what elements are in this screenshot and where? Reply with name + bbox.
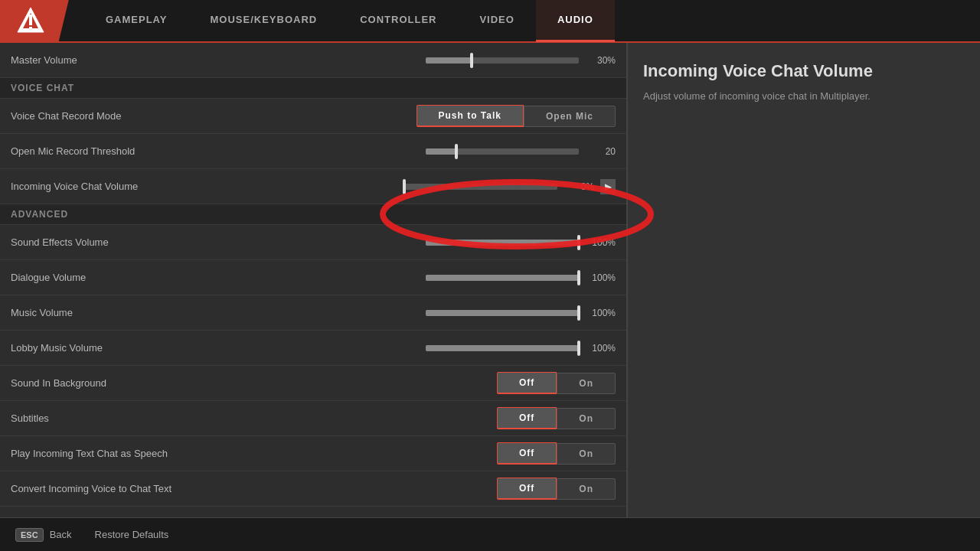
svg-rect-2	[29, 15, 32, 25]
subtitles-off-btn[interactable]: Off	[497, 407, 557, 429]
subtitles-row: Subtitles Off On	[0, 401, 626, 436]
incoming-voice-volume-row: Incoming Voice Chat Volume 0% ▶	[0, 169, 626, 204]
master-volume-row: Master Volume 30%	[0, 43, 626, 78]
open-mic-threshold-control: 20	[426, 146, 616, 157]
sound-in-background-row: Sound In Background Off On	[0, 366, 626, 401]
sound-in-background-off-btn[interactable]: Off	[497, 372, 557, 394]
voice-chat-record-mode-row: Voice Chat Record Mode Push to Talk Open…	[0, 99, 626, 134]
back-label: Back	[50, 529, 72, 540]
incoming-voice-volume-arrow[interactable]: ▶	[600, 179, 616, 194]
sound-effects-volume-slider[interactable]	[426, 240, 579, 246]
dialogue-volume-label: Dialogue Volume	[11, 272, 426, 283]
voice-chat-record-mode-label: Voice Chat Record Mode	[11, 110, 416, 122]
sound-effects-volume-value: 100%	[585, 237, 616, 248]
lobby-music-volume-control: 100%	[426, 343, 616, 354]
footer: ESC Back Restore Defaults	[0, 517, 980, 551]
sound-in-background-on-btn[interactable]: On	[557, 373, 616, 394]
info-description: Adjust volume of incoming voice chat in …	[643, 89, 965, 104]
lobby-music-volume-row: Lobby Music Volume 100%	[0, 331, 626, 366]
open-mic-threshold-slider[interactable]	[426, 148, 579, 155]
music-volume-slider[interactable]	[426, 310, 579, 316]
play-incoming-text-chat-row: Play Incoming Text Chat as Speech Off On	[0, 436, 626, 471]
tab-video[interactable]: VIDEO	[458, 0, 535, 42]
master-volume-value: 30%	[585, 55, 616, 66]
open-mic-threshold-label: Open Mic Record Threshold	[11, 145, 426, 157]
restore-defaults-label: Restore Defaults	[95, 529, 169, 540]
tab-controller[interactable]: CONTROLLER	[338, 0, 458, 42]
incoming-voice-volume-label: Incoming Voice Chat Volume	[11, 181, 404, 192]
convert-incoming-voice-on-btn[interactable]: On	[557, 478, 616, 500]
sound-effects-volume-row: Sound Effects Volume 100%	[0, 225, 626, 260]
settings-panel: Master Volume 30% VOICE CHAT Voice Chat …	[0, 43, 628, 517]
convert-incoming-voice-control: Off On	[497, 478, 616, 500]
subtitles-on-btn[interactable]: On	[557, 408, 616, 429]
main-content: Master Volume 30% VOICE CHAT Voice Chat …	[0, 43, 980, 517]
dialogue-volume-value: 100%	[585, 272, 616, 283]
voice-chat-record-mode-control: Push to Talk Open Mic	[416, 105, 616, 127]
master-volume-label: Master Volume	[11, 54, 426, 66]
incoming-voice-volume-value: 0%	[564, 181, 594, 192]
lobby-music-volume-slider[interactable]	[426, 345, 579, 351]
sound-in-background-control: Off On	[497, 372, 616, 394]
play-incoming-text-chat-on-btn[interactable]: On	[557, 443, 616, 465]
convert-incoming-voice-off-btn[interactable]: Off	[497, 478, 557, 500]
info-panel: Incoming Voice Chat Volume Adjust volume…	[628, 43, 980, 517]
push-to-talk-btn[interactable]: Push to Talk	[416, 105, 524, 127]
music-volume-row: Music Volume 100%	[0, 295, 626, 331]
tab-audio[interactable]: AUDIO	[536, 0, 615, 42]
nav-tabs: GAMEPLAY MOUSE/KEYBOARD CONTROLLER VIDEO…	[84, 0, 615, 42]
master-volume-control: 30%	[426, 55, 616, 66]
lobby-music-volume-label: Lobby Music Volume	[11, 342, 426, 354]
subtitles-label: Subtitles	[11, 412, 497, 424]
music-volume-value: 100%	[585, 308, 616, 318]
sound-effects-volume-label: Sound Effects Volume	[11, 236, 426, 248]
svg-rect-3	[29, 27, 32, 30]
voice-chat-section-header: VOICE CHAT	[0, 78, 626, 99]
music-volume-label: Music Volume	[11, 307, 426, 318]
open-mic-threshold-row: Open Mic Record Threshold 20	[0, 134, 626, 169]
lobby-music-volume-value: 100%	[585, 343, 616, 354]
sound-effects-volume-control: 100%	[426, 237, 616, 248]
incoming-voice-volume-control: 0% ▶	[404, 179, 616, 194]
header: GAMEPLAY MOUSE/KEYBOARD CONTROLLER VIDEO…	[0, 0, 980, 43]
apex-logo	[15, 5, 46, 36]
open-mic-threshold-value: 20	[585, 146, 616, 157]
incoming-voice-volume-slider[interactable]	[404, 184, 557, 190]
info-title: Incoming Voice Chat Volume	[643, 61, 965, 81]
dialogue-volume-row: Dialogue Volume 100%	[0, 260, 626, 295]
music-volume-control: 100%	[426, 308, 616, 318]
play-incoming-text-chat-label: Play Incoming Text Chat as Speech	[11, 448, 497, 459]
play-incoming-text-chat-off-btn[interactable]: Off	[497, 442, 557, 465]
advanced-section-header: ADVANCED	[0, 204, 626, 225]
back-button[interactable]: ESC Back	[15, 528, 72, 542]
dialogue-volume-slider[interactable]	[426, 275, 579, 281]
convert-incoming-voice-label: Convert Incoming Voice to Chat Text	[11, 483, 497, 494]
master-volume-slider[interactable]	[426, 57, 579, 64]
tab-gameplay[interactable]: GAMEPLAY	[84, 0, 188, 42]
restore-defaults-button[interactable]: Restore Defaults	[95, 529, 169, 540]
subtitles-control: Off On	[497, 407, 616, 429]
tab-mouse-keyboard[interactable]: MOUSE/KEYBOARD	[188, 0, 338, 42]
play-incoming-text-chat-control: Off On	[497, 442, 616, 465]
convert-incoming-voice-row: Convert Incoming Voice to Chat Text Off …	[0, 471, 626, 507]
esc-key: ESC	[15, 528, 44, 542]
open-mic-btn[interactable]: Open Mic	[524, 106, 616, 127]
logo	[0, 0, 69, 42]
dialogue-volume-control: 100%	[426, 272, 616, 283]
sound-in-background-label: Sound In Background	[11, 377, 497, 389]
